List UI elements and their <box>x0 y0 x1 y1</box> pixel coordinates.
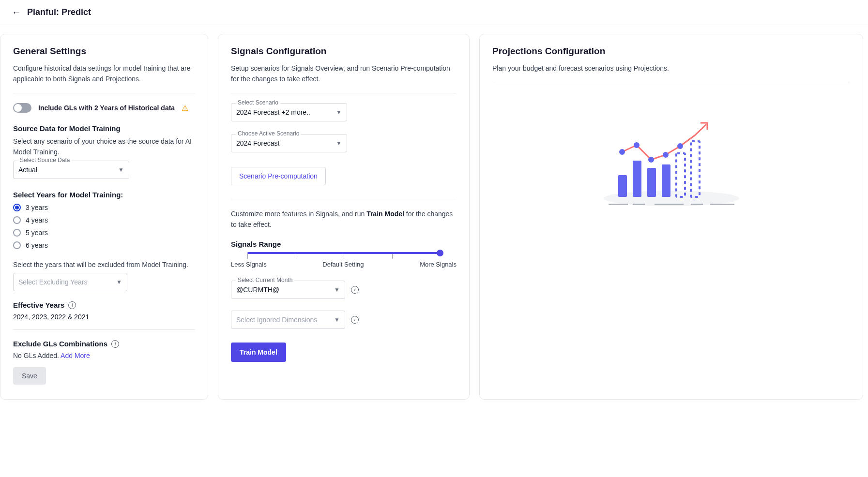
slider-thumb[interactable] <box>437 250 443 256</box>
source-data-select-value: Actual <box>18 166 37 174</box>
current-month-label: Select Current Month <box>236 277 294 283</box>
include-gls-label: Include GLs with 2 Years of Historical d… <box>38 104 175 112</box>
effective-years-row: Effective Years i <box>13 301 195 309</box>
radio-icon <box>13 216 21 224</box>
chevron-down-icon: ▼ <box>118 166 124 173</box>
slider-tick <box>247 254 248 259</box>
chevron-down-icon: ▼ <box>116 279 122 285</box>
slider-label-default: Default Setting <box>322 261 364 268</box>
signals-range-track-wrap <box>231 252 457 254</box>
warning-icon: ⚠ <box>182 104 188 113</box>
select-scenario-value: 2024 Forecast +2 more.. <box>236 108 310 116</box>
ignored-dim-row: Select Ignored Dimensions ▼ i <box>231 311 457 329</box>
exclude-years-select[interactable]: Select Excluding Years ▼ <box>13 273 127 291</box>
top-bar: ← Planful: Predict <box>0 0 868 25</box>
exclude-gls-title-row: Exclude GLs Combinations i <box>13 340 195 348</box>
select-years-title: Select Years for Model Training: <box>13 191 195 199</box>
signals-desc-2-bold: Train Model <box>366 210 404 218</box>
projections-config-panel: Projections Configuration Plan your budg… <box>479 34 863 400</box>
slider-tick <box>344 254 344 259</box>
svg-rect-2 <box>633 161 641 197</box>
current-month-value: @CURMTH@ <box>236 286 279 294</box>
years-radio-6-label: 6 years <box>26 241 48 249</box>
chevron-down-icon: ▼ <box>336 140 342 147</box>
signals-range-slider-wrap: Less Signals Default Setting More Signal… <box>231 252 457 268</box>
signals-desc-2-pre: Customize more features in Signals, and … <box>231 210 366 218</box>
slider-label-more: More Signals <box>420 261 457 268</box>
source-data-select-label: Select Source Data <box>18 157 72 164</box>
exclude-gls-title: Exclude GLs Combinations <box>13 340 107 348</box>
signals-range-title: Signals Range <box>231 240 457 248</box>
svg-rect-1 <box>618 175 627 197</box>
active-scenario-label: Choose Active Scenario <box>236 130 301 137</box>
divider <box>231 93 457 93</box>
exclude-years-desc: Select the years that will be excluded f… <box>13 260 195 270</box>
slider-label-less: Less Signals <box>231 261 267 268</box>
active-scenario-field: Choose Active Scenario 2024 Forecast ▼ <box>231 134 347 152</box>
info-icon[interactable]: i <box>68 301 76 309</box>
exclude-years-select-field: Select Excluding Years ▼ <box>13 273 127 291</box>
ignored-dim-placeholder: Select Ignored Dimensions <box>236 316 317 324</box>
years-radio-4[interactable]: 4 years <box>13 216 195 224</box>
divider <box>231 199 457 199</box>
svg-rect-6 <box>691 141 700 197</box>
years-radio-5-label: 5 years <box>26 229 48 237</box>
scenario-precomputation-button[interactable]: Scenario Pre-computation <box>231 167 326 185</box>
svg-point-8 <box>634 142 640 148</box>
svg-point-11 <box>677 143 683 149</box>
source-data-desc: Select any scenario of your choice as th… <box>13 136 195 157</box>
years-radio-3-label: 3 years <box>26 204 48 211</box>
general-settings-title: General Settings <box>13 46 195 57</box>
radio-icon <box>13 204 21 211</box>
exclude-years-placeholder: Select Excluding Years <box>18 278 87 286</box>
train-model-button[interactable]: Train Model <box>231 343 286 362</box>
chart-illustration-icon <box>599 112 744 209</box>
svg-rect-3 <box>647 168 656 197</box>
effective-years-label: Effective Years <box>13 301 64 309</box>
exclude-gls-none: No GLs Added. <box>13 352 59 359</box>
include-gls-toggle[interactable] <box>13 103 31 113</box>
select-scenario-field: Select Scenario 2024 Forecast +2 more.. … <box>231 103 347 121</box>
general-settings-panel: General Settings Configure historical da… <box>0 34 208 400</box>
info-icon[interactable]: i <box>351 286 359 294</box>
divider <box>492 83 850 83</box>
chevron-down-icon: ▼ <box>334 286 340 293</box>
current-month-row: Select Current Month @CURMTH@ ▼ i <box>231 281 457 299</box>
divider <box>13 93 195 93</box>
slider-tick <box>296 254 296 259</box>
years-radio-4-label: 4 years <box>26 216 48 224</box>
years-radio-5[interactable]: 5 years <box>13 229 195 237</box>
active-scenario-value: 2024 Forecast <box>236 139 280 147</box>
content: General Settings Configure historical da… <box>0 25 868 414</box>
add-more-link[interactable]: Add More <box>61 352 90 359</box>
back-arrow-icon[interactable]: ← <box>12 7 21 18</box>
svg-point-7 <box>619 149 625 155</box>
signals-desc: Setup scenarios for Signals Overview, an… <box>231 63 457 84</box>
chevron-down-icon: ▼ <box>334 316 340 323</box>
source-data-title: Source Data for Model Training <box>13 124 195 133</box>
years-radio-6[interactable]: 6 years <box>13 241 195 249</box>
years-radio-3[interactable]: 3 years <box>13 204 195 211</box>
general-settings-desc: Configure historical data settings for m… <box>13 63 195 84</box>
projections-illustration <box>492 112 850 209</box>
info-icon[interactable]: i <box>111 340 119 348</box>
save-button[interactable]: Save <box>13 367 46 385</box>
radio-icon <box>13 241 21 249</box>
select-scenario-label: Select Scenario <box>236 99 280 106</box>
effective-years-value: 2024, 2023, 2022 & 2021 <box>13 313 195 321</box>
svg-point-10 <box>663 152 669 158</box>
signals-config-panel: Signals Configuration Setup scenarios fo… <box>218 34 470 400</box>
exclude-gls-none-row: No GLs Added. Add More <box>13 352 195 359</box>
signals-range-slider[interactable] <box>247 252 440 254</box>
signals-title: Signals Configuration <box>231 46 457 57</box>
slider-labels: Less Signals Default Setting More Signal… <box>231 261 457 268</box>
signals-desc-2: Customize more features in Signals, and … <box>231 209 457 230</box>
svg-rect-5 <box>676 153 685 197</box>
svg-rect-4 <box>662 164 670 197</box>
info-icon[interactable]: i <box>351 316 359 324</box>
projections-desc: Plan your budget and forecast scenarios … <box>492 63 850 74</box>
source-data-select-field: Select Source Data Actual ▼ <box>13 161 129 179</box>
include-gls-toggle-row: Include GLs with 2 Years of Historical d… <box>13 103 195 113</box>
ignored-dim-select[interactable]: Select Ignored Dimensions ▼ <box>231 311 345 329</box>
years-radio-group: 3 years 4 years 5 years 6 years <box>13 204 195 249</box>
